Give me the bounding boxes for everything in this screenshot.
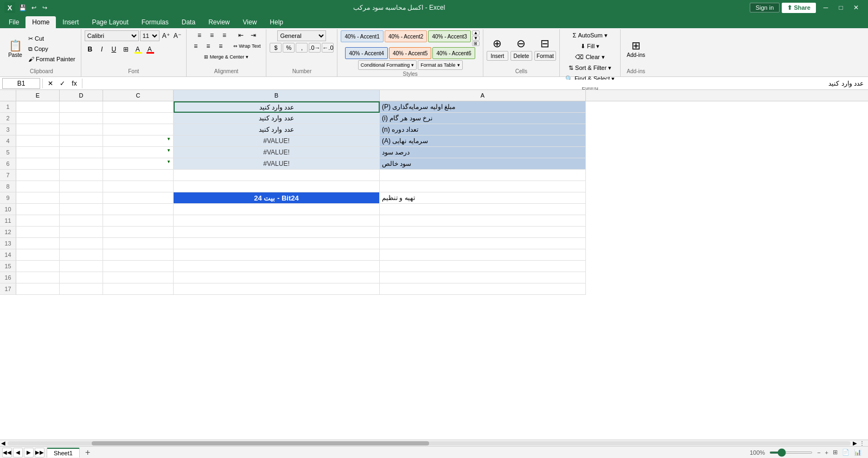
tab-data[interactable]: Data (175, 16, 202, 28)
col-header-b[interactable]: B (174, 90, 380, 101)
scroll-tab-left-button[interactable]: ◀ (13, 448, 23, 457)
confirm-formula-icon[interactable]: ✓ (57, 78, 68, 89)
cell-c17[interactable] (103, 283, 174, 295)
cell-e10[interactable] (16, 204, 60, 215)
cell-c9[interactable] (103, 192, 174, 204)
comma-button[interactable]: , (296, 43, 308, 53)
cell-c14[interactable] (103, 249, 174, 261)
cell-e13[interactable] (16, 238, 60, 249)
col-header-c[interactable]: C (103, 90, 174, 101)
cell-e5[interactable] (16, 147, 60, 158)
tab-help[interactable]: Help (263, 16, 290, 28)
cell-c3[interactable] (103, 124, 174, 136)
cell-b17[interactable] (174, 283, 380, 295)
tab-insert[interactable]: Insert (56, 16, 85, 28)
decrease-indent-button[interactable]: ⇤ (235, 30, 247, 40)
tab-page-layout[interactable]: Page Layout (85, 16, 135, 28)
border-button[interactable]: ⊞ (120, 44, 131, 55)
cell-a4[interactable]: سرمایه نهایی (A) (380, 136, 586, 147)
cell-e17[interactable] (16, 283, 60, 295)
cell-a2[interactable]: نرخ سود هر گام (i) (380, 113, 586, 124)
conditional-formatting-button[interactable]: Conditional Formatting ▾ (358, 60, 417, 70)
cell-e6[interactable] (16, 158, 60, 170)
number-format-select[interactable]: General (277, 30, 326, 41)
cell-a11[interactable] (380, 215, 586, 227)
page-break-view-button[interactable]: 📊 (854, 449, 861, 456)
cell-d5[interactable] (60, 147, 103, 158)
cell-e16[interactable] (16, 272, 60, 283)
paste-button[interactable]: 📋 Paste (5, 34, 25, 64)
bold-button[interactable]: B (85, 44, 95, 55)
cell-b14[interactable] (174, 249, 380, 261)
cell-c16[interactable] (103, 272, 174, 283)
cell-b9[interactable]: بیت 24 - Bit24 (174, 192, 380, 204)
cell-b15[interactable] (174, 261, 380, 272)
cell-reference-input[interactable] (2, 78, 40, 89)
decrease-font-button[interactable]: A⁻ (172, 30, 183, 41)
cell-e3[interactable] (16, 124, 60, 136)
scroll-track[interactable] (8, 441, 851, 446)
cell-c7[interactable] (103, 170, 174, 181)
accent6-button[interactable]: 40% - Accent6 (432, 47, 475, 59)
fill-button[interactable]: ⬇ Fill ▾ (578, 41, 602, 51)
cell-e14[interactable] (16, 249, 60, 261)
cell-a6[interactable]: سود خالص (380, 158, 586, 170)
sheet-tab-1[interactable]: Sheet1 (47, 448, 80, 457)
cancel-formula-icon[interactable]: ✕ (45, 78, 56, 89)
cell-d13[interactable] (60, 238, 103, 249)
increase-decimal-button[interactable]: .0→ (309, 43, 321, 53)
tab-file[interactable]: File (2, 16, 25, 28)
cell-a5[interactable]: درصد سود (380, 147, 586, 158)
cell-b10[interactable] (174, 204, 380, 215)
cell-b7[interactable] (174, 170, 380, 181)
styles-more-button[interactable]: ⊞ (472, 41, 480, 46)
accent2-button[interactable]: 40% - Accent2 (385, 30, 427, 42)
format-painter-button[interactable]: 🖌 Format Painter (26, 54, 78, 64)
maximize-button[interactable]: □ (833, 0, 848, 15)
cell-b11[interactable] (174, 215, 380, 227)
align-top-left-button[interactable]: ≡ (194, 30, 206, 40)
share-button[interactable]: ⬆ Share (782, 3, 816, 13)
cell-c10[interactable] (103, 204, 174, 215)
cell-d6[interactable] (60, 158, 103, 170)
cell-d7[interactable] (60, 170, 103, 181)
col-header-d[interactable]: D (60, 90, 103, 101)
cell-c4[interactable]: ▼ (103, 136, 174, 147)
cell-e9[interactable] (16, 192, 60, 204)
font-family-select[interactable]: Calibri (85, 30, 139, 41)
format-as-table-button[interactable]: Format as Table ▾ (418, 60, 462, 70)
tab-review[interactable]: Review (202, 16, 236, 28)
cell-b6[interactable]: #VALUE! (174, 158, 380, 170)
cell-d3[interactable] (60, 124, 103, 136)
cell-d9[interactable] (60, 192, 103, 204)
page-layout-view-button[interactable]: 📄 (842, 449, 850, 456)
normal-view-button[interactable]: ⊞ (833, 449, 838, 456)
tab-home[interactable]: Home (25, 16, 56, 28)
merge-center-button[interactable]: ⊞ Merge & Center ▾ (202, 52, 251, 62)
cell-a17[interactable] (380, 283, 586, 295)
cell-e7[interactable] (16, 170, 60, 181)
fill-color-button[interactable]: A (132, 44, 143, 55)
cell-a16[interactable] (380, 272, 586, 283)
insert-function-icon[interactable]: fx (69, 78, 80, 89)
cell-d17[interactable] (60, 283, 103, 295)
scroll-tabs-left-button[interactable]: ◀◀ (2, 448, 12, 457)
cell-d2[interactable] (60, 113, 103, 124)
cell-c13[interactable] (103, 238, 174, 249)
italic-button[interactable]: I (97, 44, 107, 55)
cell-e1[interactable] (16, 101, 60, 113)
cell-a3[interactable]: تعداد دوره (n) (380, 124, 586, 136)
minimize-button[interactable]: ─ (818, 0, 833, 15)
col-header-e[interactable]: E (16, 90, 60, 101)
cell-e2[interactable] (16, 113, 60, 124)
font-size-select[interactable]: 11 (140, 30, 159, 41)
cell-a14[interactable] (380, 249, 586, 261)
align-bottom-center-button[interactable]: ≡ (202, 41, 214, 51)
signin-button[interactable]: Sign in (750, 3, 780, 12)
underline-button[interactable]: U (108, 44, 119, 55)
accent5-button[interactable]: 40% - Accent5 (389, 47, 431, 59)
cell-e12[interactable] (16, 227, 60, 238)
wrap-text-button[interactable]: ⇔ Wrap Text (231, 41, 263, 51)
cell-a8[interactable] (380, 181, 586, 192)
cell-d11[interactable] (60, 215, 103, 227)
